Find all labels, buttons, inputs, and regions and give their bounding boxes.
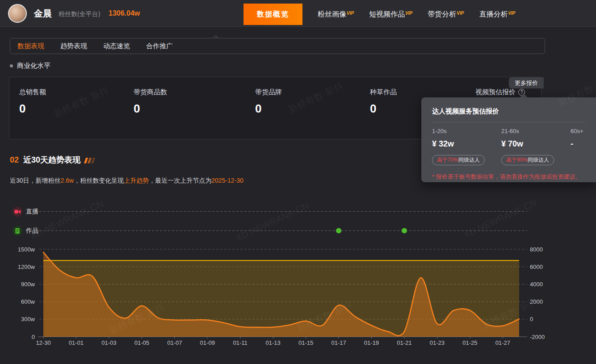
document-icon <box>13 226 22 236</box>
x-tick-label: 01-09 <box>200 339 215 346</box>
subtab-data-performance[interactable]: 数据表现 <box>17 42 44 50</box>
tab-data-overview[interactable]: 数据概览 <box>243 4 302 25</box>
y-axis-right-label: 2000 <box>530 298 543 305</box>
quote-col-21-60s: 21-60s ¥ 70w <box>501 128 571 149</box>
analytics-page: 金晨 粉丝数(全平台) 1306.04w 数据概览 粉丝画像VIP 短视频作品V… <box>0 0 596 364</box>
y-axis-right-label: 6000 <box>530 264 543 270</box>
y-axis-right-label: 4000 <box>530 281 543 288</box>
main-nav: 数据概览 粉丝画像VIP 短视频作品VIP 带货分析VIP 直播分析VIP <box>243 4 516 25</box>
subtab-cooperation-promotion[interactable]: 合作推广 <box>146 42 173 50</box>
quote-col-1-20s: 1-20s ¥ 32w <box>432 128 501 149</box>
trend-chart: 1500w80001200w6000900w4000600w2000300w00… <box>0 203 596 355</box>
x-tick-label: 01-13 <box>266 339 281 346</box>
more-quotes-button[interactable]: 更多报价 <box>509 77 544 88</box>
legend-live[interactable]: 直播 <box>13 207 38 217</box>
fans-count-label: 粉丝数(全平台) <box>59 10 100 18</box>
trend-description: 近30日，新增粉丝2.6w，粉丝数变化呈现上升趋势，最近一次上升节点为2025-… <box>10 177 243 185</box>
legend-works[interactable]: 作品 <box>13 226 38 236</box>
tooltip-arrow <box>520 93 527 97</box>
tab-ecommerce-analysis[interactable]: 带货分析VIP <box>428 10 464 19</box>
y-axis-right-label: 8000 <box>530 246 543 253</box>
y-axis-left-label: 0 <box>32 334 35 340</box>
subtab-trend-performance[interactable]: 趋势表现 <box>60 42 87 50</box>
profile-name: 金晨 <box>34 8 52 20</box>
work-marker-dot[interactable] <box>402 228 407 234</box>
section-title: 近30天趋势表现 <box>23 155 80 165</box>
x-tick-label: 01-15 <box>298 339 313 346</box>
x-tick-label: 01-01 <box>69 339 84 346</box>
vip-badge: VIP <box>347 11 354 16</box>
vip-badge: VIP <box>508 11 515 16</box>
x-tick-label: 01-19 <box>364 339 379 346</box>
metric-video-quote: 视频预估报价? <box>475 88 525 96</box>
x-tick-label: 12-30 <box>36 339 50 346</box>
tab-short-video-works[interactable]: 短视频作品VIP <box>369 10 412 19</box>
x-tick-label: 01-05 <box>134 339 149 346</box>
x-tick-label: 01-21 <box>397 339 411 346</box>
profile-avatar[interactable] <box>8 4 27 23</box>
vip-badge: VIP <box>457 11 464 16</box>
app-header: 金晨 粉丝数(全平台) 1306.04w 数据概览 粉丝画像VIP 短视频作品V… <box>0 0 596 27</box>
bullet-icon <box>10 64 13 67</box>
metric-brand-count: 带货品牌 0 <box>255 88 282 116</box>
x-tick-label: 01-25 <box>462 339 477 346</box>
quote-disclaimer: * 报价基于账号数据估算，请勿直接作为投放或投资建议。 <box>432 173 585 181</box>
x-tick-label: 01-17 <box>331 339 346 346</box>
trend-section-header: 02 近30天趋势表现 <box>10 155 96 165</box>
subtab-bar: 数据表现 趋势表现 动态速览 合作推广 <box>10 38 545 54</box>
y-axis-left-label: 300w <box>21 316 35 322</box>
metric-total-sales: 总销售额 0 <box>19 88 46 116</box>
percentile-badge: 高于90%同级达人 <box>501 155 554 165</box>
y-axis-right-label: 0 <box>530 316 533 322</box>
percentile-badge: 高于70%同级达人 <box>432 155 485 165</box>
live-video-icon <box>13 207 22 217</box>
quote-marks-decoration <box>85 158 96 163</box>
section-number: 02 <box>10 155 19 165</box>
commercialization-label: 商业化水平 <box>17 62 50 70</box>
work-marker-dot[interactable] <box>336 228 341 234</box>
metric-seeding-works: 种草作品 0 <box>370 88 397 116</box>
subtab-activity-overview[interactable]: 动态速览 <box>103 42 130 50</box>
y-axis-left-label: 1200w <box>18 264 35 270</box>
tab-fans-portrait[interactable]: 粉丝画像VIP <box>318 10 354 19</box>
tooltip-title: 达人视频服务预估报价 <box>432 107 585 116</box>
tab-live-analysis[interactable]: 直播分析VIP <box>479 10 515 19</box>
y-axis-left-label: 600w <box>21 298 35 305</box>
fans-count-value: 1306.04w <box>109 9 140 17</box>
x-tick-label: 01-23 <box>430 339 445 346</box>
vip-badge: VIP <box>405 11 412 16</box>
quote-col-60s-plus: 60s+ - <box>571 128 583 149</box>
video-quote-tooltip: 达人视频服务预估报价 1-20s ¥ 32w 21-60s ¥ 70w 60s+… <box>421 97 596 182</box>
x-tick-label: 01-27 <box>495 339 510 346</box>
x-tick-label: 01-07 <box>167 339 182 346</box>
metric-product-count: 带货商品数 0 <box>134 88 167 116</box>
y-axis-left-label: 900w <box>21 281 35 288</box>
y-axis-left-label: 1500w <box>18 246 35 253</box>
commercialization-section: 商业化水平 <box>10 62 50 70</box>
y-axis-right-label: -2000 <box>530 334 545 340</box>
x-tick-label: 01-03 <box>101 339 116 346</box>
divider <box>432 122 585 122</box>
x-tick-label: 01-11 <box>233 339 248 346</box>
